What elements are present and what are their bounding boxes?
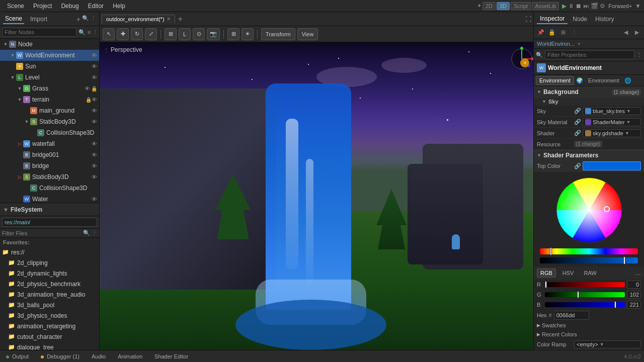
tab-node[interactable]: Node (570, 15, 590, 24)
bridge-vis-btn[interactable]: 👁 (92, 163, 97, 169)
r-value[interactable] (627, 281, 641, 289)
play-btn[interactable]: ▶ (562, 3, 567, 10)
tree-item-water[interactable]: ▷ W Water 👁 (0, 194, 99, 203)
tree-arrow-staticbody1[interactable]: ▼ (23, 118, 30, 125)
recent-colors-section[interactable]: ▶ Recent Colors (534, 330, 644, 339)
tab-scene[interactable]: Scene (3, 14, 24, 24)
local-space-btn[interactable]: L (179, 28, 191, 40)
fs-more-icon[interactable]: ⋮ (92, 230, 97, 236)
insp-pin-btn[interactable]: 📌 (536, 28, 546, 38)
transform-menu-btn[interactable]: Transform (261, 28, 295, 40)
tree-arrow-terrain[interactable]: ▼ (16, 96, 23, 103)
sky-material-btn[interactable]: ShaderMater ▼ (583, 118, 641, 126)
menu-scene[interactable]: Scene (3, 2, 28, 11)
hsv-mode-tab[interactable]: HSV (559, 268, 578, 278)
stop-btn[interactable]: ⏹ (576, 3, 582, 10)
tree-item-collision1[interactable]: ▷ C CollisionShape3D (0, 127, 99, 138)
level-vis-btn[interactable]: 👁 (92, 74, 97, 80)
fs-item-2d-physics[interactable]: 📁 2d_physics_benchmark (0, 279, 99, 289)
inspector-filter-input[interactable] (545, 50, 634, 59)
vp-maximize-btn[interactable]: ⛶ (525, 16, 531, 23)
pivot-btn[interactable]: ⊙ (193, 28, 205, 40)
scene-filter-input[interactable] (2, 28, 76, 37)
tree-item-node[interactable]: ▼ N Node (0, 39, 99, 50)
snap-btn[interactable]: ⊞ (165, 28, 177, 40)
raw-mode-tab[interactable]: RAW (580, 268, 600, 278)
waterfall-vis-btn[interactable]: 👁 (92, 141, 97, 147)
menu-project[interactable]: Project (29, 2, 56, 11)
env-tab2[interactable]: Environment (585, 76, 622, 84)
tree-arrow-water[interactable]: ▷ (16, 196, 23, 203)
worldenv-vis-btn[interactable]: 👁 (92, 52, 97, 58)
tree-arrow-node[interactable]: ▼ (2, 41, 9, 48)
terrain-vis-btn[interactable]: 👁 (92, 97, 97, 103)
insp-nav-next[interactable]: ▶ (632, 28, 642, 38)
pause-btn[interactable]: ⏸ (568, 3, 574, 10)
tree-arrow-mainground[interactable]: ▷ (23, 107, 30, 114)
tree-item-level[interactable]: ▼ L Level 👁 (0, 72, 99, 83)
move-tool-btn[interactable]: ✚ (117, 28, 129, 40)
color-wheel[interactable] (554, 175, 624, 245)
bottom-audio-tab[interactable]: Audio (89, 352, 109, 360)
bottom-debugger-tab[interactable]: Debugger (1) (38, 352, 83, 360)
tree-arrow-bridge001[interactable]: ▷ (16, 151, 23, 158)
tree-item-grass[interactable]: ▼ G Grass 👁 🔒 (0, 83, 99, 94)
bottom-animation-tab[interactable]: Animation (115, 352, 145, 360)
top-color-swatch[interactable] (583, 161, 641, 170)
r-slider[interactable] (545, 282, 625, 287)
scene-filter-btn[interactable]: 🔍 (82, 15, 89, 23)
insp-shader-params-header[interactable]: ▼ Shader Parameters (534, 150, 644, 160)
fs-item-cutout[interactable]: 📁 cutout_character (0, 331, 99, 342)
mode-2d-btn[interactable]: 2D (482, 2, 496, 10)
tree-item-worldenv[interactable]: ▼ W WorldEnvironment 👁 (0, 50, 99, 61)
fs-item-anim-retarg[interactable]: 📁 animation_retargeting (0, 321, 99, 331)
env-tab1[interactable]: Environment (536, 76, 574, 85)
scale-tool-btn[interactable]: ⤢ (145, 28, 157, 40)
b-slider[interactable] (545, 302, 625, 307)
g-value[interactable] (627, 291, 641, 299)
tree-item-waterfall[interactable]: ▷ W waterfall 👁 (0, 138, 99, 149)
menu-debug[interactable]: Debug (57, 2, 83, 11)
hex-input[interactable] (554, 311, 589, 320)
tree-arrow-grass[interactable]: ▼ (16, 85, 23, 92)
step-btn[interactable]: ⏭ (583, 3, 589, 10)
tree-item-bridge[interactable]: ▷ B bridge 👁 (0, 160, 99, 171)
tree-arrow-collision2[interactable]: ▷ (23, 185, 30, 192)
menu-editor[interactable]: Editor (84, 2, 108, 11)
tree-item-staticbody2[interactable]: ▷ S StaticBody3D 👁 (0, 171, 99, 183)
value-bar[interactable] (540, 257, 638, 263)
tree-item-mainground[interactable]: ▷ M main_ground 👁 (0, 105, 99, 116)
tab-import[interactable]: Import (28, 15, 49, 24)
swatches-section[interactable]: ▶ Swatches (534, 321, 644, 330)
sky-value-btn[interactable]: blue_sky.tres ▼ (583, 107, 641, 115)
bottom-shader-tab[interactable]: Shader Editor (151, 352, 191, 360)
select-tool-btn[interactable]: ↖ (103, 28, 115, 40)
hue-bar[interactable] (540, 248, 638, 254)
vp-tab-close-btn[interactable]: ✕ (167, 16, 171, 22)
tree-arrow-sun[interactable]: ▷ (9, 63, 16, 70)
tab-inspector[interactable]: Inspector (537, 14, 568, 24)
color-ramp-btn[interactable]: <empty> ▼ (574, 340, 641, 348)
tree-item-collision2[interactable]: ▷ C CollisionShape3D (0, 183, 99, 194)
scene-filter-icon[interactable]: 🔍 (78, 29, 86, 36)
view-menu-btn[interactable]: View (297, 28, 318, 40)
tab-history[interactable]: History (592, 15, 617, 24)
bridge001-vis-btn[interactable]: 👁 (92, 152, 97, 158)
scene-add-btn[interactable]: + (76, 15, 80, 23)
tree-arrow-waterfall[interactable]: ▷ (16, 140, 23, 147)
insp-nav-prev[interactable]: ◀ (621, 28, 631, 38)
insp-background-header[interactable]: ▼ Background (1 change) (534, 86, 644, 97)
sun-btn[interactable]: ☀ (242, 28, 254, 40)
tree-item-bridge001[interactable]: ▷ B bridge001 👁 (0, 149, 99, 160)
tree-item-staticbody1[interactable]: ▼ S StaticBody3D 👁 (0, 116, 99, 127)
script-btn[interactable]: Script (511, 2, 531, 10)
camera-btn[interactable]: 📷 (207, 28, 220, 40)
mode-3d-btn[interactable]: 3D (497, 2, 510, 10)
assetlib-btn[interactable]: AssetLib (532, 2, 559, 10)
tree-arrow-staticbody2[interactable]: ▷ (16, 173, 23, 180)
mainground-vis-btn[interactable]: 👁 (92, 108, 97, 114)
rgb-mode-tab[interactable]: RGB (537, 268, 556, 278)
fs-filter-icon[interactable]: 🔍 (83, 230, 90, 236)
tree-arrow-collision1[interactable]: ▷ (30, 129, 37, 136)
scene-options-btn[interactable]: ⋮ (93, 29, 98, 36)
